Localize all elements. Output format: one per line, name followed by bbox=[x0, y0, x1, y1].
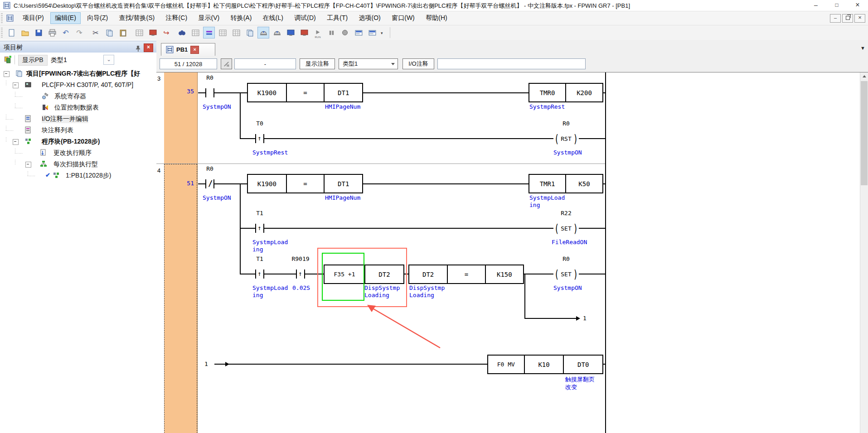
collapse-icon[interactable] bbox=[13, 82, 19, 88]
online-edit-icon[interactable] bbox=[257, 27, 269, 38]
wire bbox=[578, 138, 606, 139]
rung3-margin-cell[interactable] bbox=[164, 72, 198, 164]
tree-item-plc[interactable]: PLC[FP-XH C30T/P, 40T, 60T/P] bbox=[0, 80, 156, 90]
minimize-button[interactable]: – bbox=[805, 0, 826, 11]
show-pb-button[interactable]: 显示PB bbox=[18, 55, 48, 66]
tree-item-change-order[interactable]: 更改执行顺序 bbox=[0, 148, 156, 158]
offline-edit-icon[interactable] bbox=[271, 27, 283, 38]
block-comment-icon[interactable] bbox=[230, 27, 242, 38]
tab-close-icon[interactable]: × bbox=[190, 46, 199, 54]
menu-help[interactable]: 帮助(H) bbox=[421, 12, 451, 24]
show-comment-button[interactable]: 显示注释 bbox=[300, 58, 335, 69]
find-icon[interactable] bbox=[176, 27, 188, 38]
contact-t1[interactable] bbox=[255, 224, 264, 233]
vertical-scrollbar[interactable] bbox=[860, 72, 868, 433]
contact-r0-nc[interactable] bbox=[205, 179, 214, 188]
menu-view[interactable]: 显示(V) bbox=[194, 12, 224, 24]
pin-icon[interactable] bbox=[134, 44, 141, 51]
ladder-toolbar: 51 / 12028 - 显示注释 类型1 I/O注释 bbox=[156, 56, 868, 72]
contact-r9019[interactable] bbox=[296, 269, 305, 279]
window-list-icon[interactable]: ▼ bbox=[860, 45, 865, 51]
tab-pb1[interactable]: PB1 × bbox=[161, 43, 215, 56]
collapse-icon[interactable] bbox=[25, 162, 31, 168]
close-button[interactable]: × bbox=[847, 0, 868, 11]
type-dropdown[interactable]: ⌄ bbox=[103, 55, 114, 65]
mdi-minimize-button[interactable]: – bbox=[830, 14, 841, 23]
tree-item-program-blocks[interactable]: 程序块(PB-12028步) bbox=[0, 137, 156, 147]
comment-type-select[interactable]: 类型1 bbox=[339, 58, 398, 69]
paste-icon[interactable] bbox=[117, 27, 129, 38]
mdi-child-icon[interactable] bbox=[6, 14, 14, 22]
run-mode-icon[interactable]: RUN bbox=[312, 27, 324, 38]
io-comment-button[interactable]: I/O注释 bbox=[402, 58, 434, 69]
set-coil-r0[interactable]: SET bbox=[553, 269, 579, 279]
menu-project[interactable]: 项目(P) bbox=[18, 12, 48, 24]
redo-icon[interactable]: ↷ bbox=[73, 27, 85, 38]
compare-block[interactable]: DT2 = K150 bbox=[408, 265, 524, 284]
pb1-icon bbox=[53, 172, 60, 179]
new-pb-icon[interactable] bbox=[4, 55, 12, 65]
ladder-symbol-button[interactable] bbox=[221, 58, 232, 69]
tree-item-project[interactable]: 项目[FPWINGR-7读出右侧PLC程序【好 bbox=[0, 69, 156, 79]
menu-window[interactable]: 窗口(W) bbox=[387, 12, 419, 24]
rst-coil[interactable]: RST bbox=[553, 133, 579, 144]
stop-icon[interactable] bbox=[339, 27, 351, 38]
new-icon[interactable] bbox=[5, 27, 17, 38]
device-entry-field[interactable]: - bbox=[234, 58, 296, 69]
ladder-edit-icon[interactable] bbox=[189, 27, 201, 38]
contact-r0[interactable] bbox=[205, 88, 214, 97]
collapse-icon[interactable] bbox=[4, 71, 10, 77]
undo-icon[interactable]: ↶ bbox=[60, 27, 72, 38]
convert-icon[interactable] bbox=[244, 27, 256, 38]
mdi-close-button[interactable]: × bbox=[854, 14, 865, 23]
tree-item-position-control[interactable]: 位置控制数据表 bbox=[0, 103, 156, 113]
print-icon[interactable] bbox=[46, 27, 58, 38]
set-coil-r22[interactable]: SET bbox=[553, 223, 579, 234]
menu-edit[interactable]: 编辑(E) bbox=[50, 12, 81, 24]
maximize-button[interactable]: □ bbox=[826, 0, 847, 11]
word-comment-icon[interactable] bbox=[217, 27, 228, 38]
contact-t1[interactable] bbox=[255, 269, 264, 279]
project-tree: 项目[FPWINGR-7读出右侧PLC程序【好 PLC[FP-XH C30T/P… bbox=[0, 69, 156, 433]
menu-options[interactable]: 选项(O) bbox=[354, 12, 385, 24]
compare-block[interactable]: K1900 = DT1 bbox=[247, 174, 363, 193]
tree-item-system-registers[interactable]: 系统寄存器 bbox=[0, 91, 156, 101]
copy-icon[interactable] bbox=[103, 27, 115, 38]
tree-item-block-comment-list[interactable]: 块注释列表 bbox=[0, 125, 156, 135]
scroll-up-icon[interactable] bbox=[860, 72, 868, 80]
tree-item-pb1[interactable]: ✔ 1:PB1(12028步) bbox=[0, 171, 156, 181]
menu-find-replace[interactable]: 查找/替换(S) bbox=[115, 12, 160, 24]
menu-wizard[interactable]: 向导(Z) bbox=[82, 12, 112, 24]
monitor-start-icon[interactable] bbox=[285, 27, 296, 38]
comment-display-icon[interactable] bbox=[203, 27, 215, 38]
collapse-icon[interactable] bbox=[13, 139, 19, 145]
delete-row-icon[interactable] bbox=[147, 27, 159, 38]
panel-close-icon[interactable]: × bbox=[144, 43, 153, 52]
jump-out-icon[interactable]: ↪ bbox=[160, 27, 172, 38]
scrollbar-thumb[interactable] bbox=[861, 81, 868, 185]
contact-t0[interactable] bbox=[255, 134, 264, 143]
io-comment-field[interactable] bbox=[437, 58, 586, 69]
menu-debug[interactable]: 调试(D) bbox=[290, 12, 320, 24]
function-bar-icon[interactable] bbox=[366, 27, 378, 38]
menu-tools[interactable]: 工具(T) bbox=[322, 12, 352, 24]
monitor-stop-icon[interactable] bbox=[298, 27, 310, 38]
insert-row-icon[interactable] bbox=[133, 27, 145, 38]
timer-block[interactable]: TMR1 K50 bbox=[529, 174, 603, 193]
save-icon[interactable] bbox=[33, 27, 44, 38]
pause-icon[interactable] bbox=[325, 27, 337, 38]
cut-icon[interactable]: ✂ bbox=[90, 27, 102, 38]
menu-online[interactable]: 在线(L) bbox=[258, 12, 288, 24]
compare-block[interactable]: K1900 = DT1 bbox=[247, 83, 363, 102]
f0-move-block[interactable]: F0 MV K10 DT0 bbox=[487, 355, 603, 374]
timer-block[interactable]: TMR0 K200 bbox=[529, 83, 603, 102]
toolbar-more-icon[interactable]: ▾ bbox=[381, 31, 383, 35]
menu-convert[interactable]: 转换(A) bbox=[226, 12, 257, 24]
tree-item-scan-type[interactable]: 每次扫描执行型 bbox=[0, 159, 156, 169]
mdi-restore-button[interactable] bbox=[842, 14, 853, 23]
tree-item-io-comment[interactable]: I/O注释一并编辑 bbox=[0, 114, 156, 124]
status-display-icon[interactable] bbox=[353, 27, 364, 38]
step-position-field[interactable]: 51 / 12028 bbox=[160, 58, 217, 69]
menu-comment[interactable]: 注释(C) bbox=[161, 12, 192, 24]
open-icon[interactable] bbox=[19, 27, 31, 38]
